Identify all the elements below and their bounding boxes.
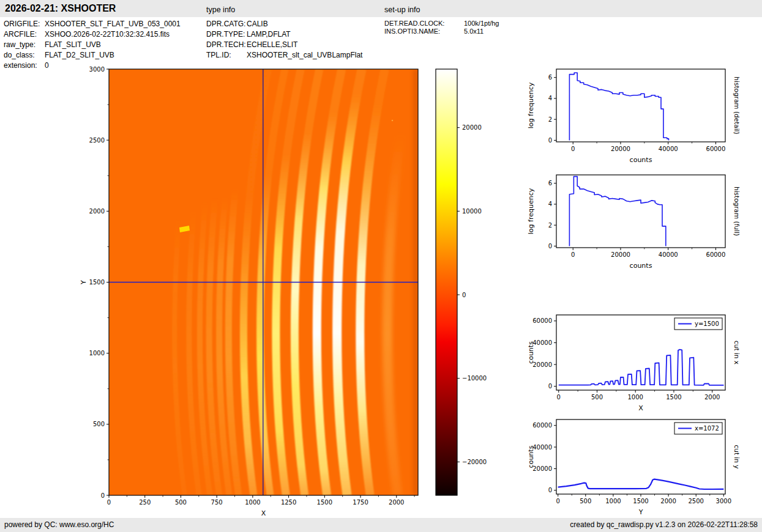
metadata-value: FLAT_SLIT_UVB (45, 40, 101, 49)
metadata-row-extension: extension:0 (4, 61, 49, 70)
y-tick-label: 1500 (89, 279, 105, 286)
cut_y-plot: 0500100015002000250030000200004000060000… (527, 419, 741, 516)
hist_full-right-label: histogram (full) (733, 187, 741, 236)
y-tick-label: 40000 (532, 339, 552, 346)
x-tick-label: 0 (107, 499, 111, 506)
y-tick-label: 0 (548, 137, 552, 144)
x-tick-label: 0 (571, 146, 575, 152)
cut_x-plot: 05001000150020000200004000060000Xcountsc… (527, 315, 741, 412)
y-tick-label: 6 (548, 74, 552, 81)
footer-bar: powered by QC: www.eso.org/HC created by… (0, 518, 762, 532)
cut_x-series-line (559, 350, 724, 385)
cut_y-right-label: cut in y (733, 445, 741, 468)
metadata-value: 100k/1pt/hg (464, 20, 499, 27)
hist_detail-axes-frame (556, 69, 725, 142)
x-tick-label: 250 (139, 499, 151, 506)
x-tick-label: 1000 (245, 499, 260, 506)
metadata-value: FLAT_D2_SLIT_UVB (45, 51, 114, 59)
hist_detail-xlabel: counts (630, 156, 652, 164)
y-tick-label: 2 (548, 222, 552, 229)
colorbar (436, 69, 457, 495)
footer-powered-by: powered by QC: www.eso.org/HC (4, 520, 114, 529)
x-tick-label: 40000 (659, 251, 678, 258)
hist_detail-right-label: histogram (detail) (733, 76, 741, 134)
hist_full-plot: 02000040000600000246countslog frequencyh… (527, 175, 741, 270)
metadata-row-opti3name: INS.OPTI3.NAME:5.0x11 (384, 28, 484, 35)
cut_x-legend-label: y=1500 (695, 320, 719, 327)
footer-created-by: created by qc_rawdisp.py v1.2.3 on 2026-… (570, 520, 758, 529)
metadata-value: XSHOO.2026-02-22T10:32:32.415.fits (45, 30, 170, 39)
x-tick-label: 3000 (716, 498, 731, 504)
hist_full-ylabel: log frequency (527, 188, 535, 234)
hist_detail-series-line (569, 73, 668, 140)
metadata-value: LAMP,DFLAT (247, 30, 291, 39)
x-tick-label: 1000 (605, 498, 621, 504)
metadata-value: ECHELLE,SLIT (247, 40, 297, 49)
y-tick-label: 40000 (532, 444, 552, 451)
y-tick-label: 4 (548, 201, 552, 207)
metadata-row-rawtype: raw_type:FLAT_SLIT_UVB (4, 40, 101, 49)
metadata-row-dprtype: DPR.TYPE:LAMP,DFLAT (206, 30, 291, 39)
metadata-row-doclass: do_class:FLAT_D2_SLIT_UVB (4, 51, 114, 59)
x-tick-label: 40000 (659, 146, 678, 152)
metadata-label: DPR.TYPE: (206, 30, 247, 39)
y-tick-label: 20000 (532, 361, 552, 368)
cut_x-legend-box (674, 318, 722, 330)
x-tick-label: 2000 (660, 498, 676, 504)
y-tick-label: 0 (548, 383, 552, 390)
colorbar-tick-label: −20000 (462, 459, 487, 465)
x-tick-label: 1750 (353, 499, 368, 506)
metadata-value: 5.0x11 (464, 28, 484, 35)
metadata-label: extension: (4, 61, 45, 70)
metadata-row-readclock: DET.READ.CLOCK:100k/1pt/hg (384, 20, 499, 27)
metadata-row-origfile: ORIGFILE:XSHOOTER_SLT_FLAT_UVB_053_0001 (4, 20, 181, 28)
x-tick-label: 20000 (611, 251, 630, 258)
page-title: 2026-02-21: XSHOOTER (5, 3, 116, 14)
x-tick-label: 60000 (706, 251, 726, 258)
metadata-row-arcfile: ARCFILE:XSHOO.2026-02-22T10:32:32.415.fi… (4, 30, 170, 39)
cut_y-xlabel: Y (638, 508, 643, 516)
x-tick-label: 500 (591, 394, 603, 401)
x-tick-label: 1250 (281, 499, 296, 506)
type-info-header: type info (206, 6, 235, 14)
metadata-label: ORIGFILE: (4, 20, 45, 28)
y-tick-label: 2500 (89, 137, 105, 144)
x-tick-label: 1500 (633, 498, 648, 504)
x-tick-label: 500 (580, 498, 591, 504)
y-tick-label: 0 (548, 487, 552, 493)
y-tick-label: 60000 (532, 317, 552, 324)
y-tick-label: 2 (548, 116, 552, 123)
x-tick-label: 1500 (317, 499, 332, 506)
cut_x-xlabel: X (638, 404, 643, 412)
main_image-xlabel: X (261, 509, 266, 517)
metadata-row-dprcatg: DPR.CATG:CALIB (206, 20, 268, 28)
metadata-value: XSHOOTER_SLT_FLAT_UVB_053_0001 (45, 20, 181, 28)
x-tick-label: 500 (175, 499, 187, 506)
y-tick-label: 1000 (89, 350, 105, 357)
metadata-label: do_class: (4, 51, 45, 59)
x-tick-label: 0 (556, 498, 560, 504)
metadata-value: CALIB (247, 20, 268, 28)
metadata-value: XSHOOTER_slt_cal_UVBLampFlat (247, 51, 362, 59)
cut_y-legend-label: x=1072 (695, 425, 719, 432)
hist_full-axes-frame (556, 175, 725, 248)
setup-info-header: set-up info (384, 6, 420, 14)
x-tick-label: 2500 (688, 498, 703, 504)
metadata-row-dprtech: DPR.TECH:ECHELLE,SLIT (206, 40, 297, 49)
y-tick-label: 4 (548, 95, 552, 102)
cut_x-axes-frame (556, 315, 725, 390)
cut_y-series-line (558, 479, 724, 489)
cut_y-legend-box (674, 423, 722, 434)
metadata-label: DET.READ.CLOCK: (384, 20, 464, 27)
y-tick-label: 2000 (89, 208, 105, 215)
small-dot-artifact (392, 120, 394, 122)
cut_y-ylabel: counts (527, 445, 535, 468)
y-tick-label: 0 (548, 243, 552, 249)
metadata-label: INS.OPTI3.NAME: (384, 28, 464, 35)
hist_detail-plot: 02000040000600000246countslog frequencyh… (527, 69, 741, 164)
metadata-label: ARCFILE: (4, 30, 45, 39)
cut_x-ylabel: counts (527, 341, 535, 364)
y-tick-label: 3000 (89, 66, 105, 73)
colorbar-tick-label: 20000 (462, 124, 482, 131)
metadata-label: TPL.ID: (206, 51, 247, 59)
